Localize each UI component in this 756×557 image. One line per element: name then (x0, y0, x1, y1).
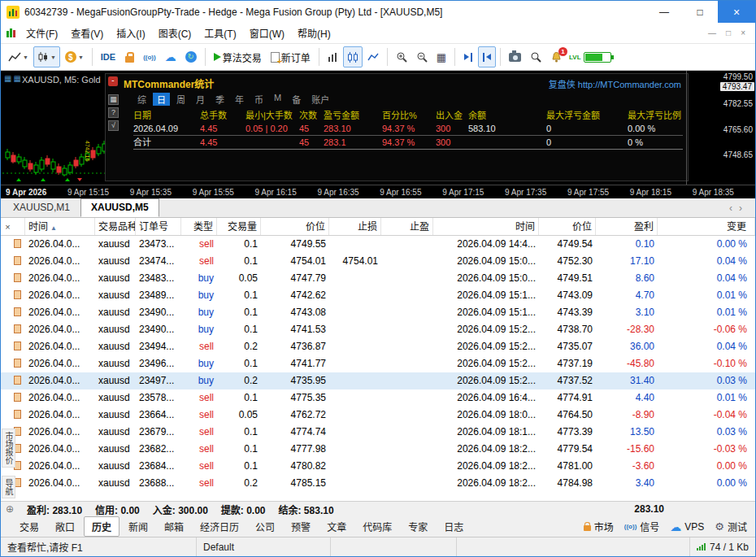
history-row[interactable]: 2026.04.0... xauusd 23483... buy 0.05 47… (1, 270, 755, 287)
col-symbol[interactable]: 交易品种 (95, 218, 136, 235)
tab-news[interactable]: 新闻 (121, 517, 155, 536)
tab-scroll-arrows[interactable]: ‹› (729, 202, 749, 214)
market-watch-tab[interactable]: 市场报价 (2, 429, 15, 468)
close-button[interactable]: × (718, 1, 755, 23)
chart-shift-button[interactable] (459, 46, 477, 67)
bar-chart-button[interactable] (324, 46, 342, 67)
zoom-out-button[interactable] (412, 46, 432, 67)
tab-experts[interactable]: 专家 (401, 517, 435, 536)
col-open-price[interactable]: 价位 (261, 218, 329, 235)
menu-tools[interactable]: 工具(T) (198, 23, 242, 43)
tab-mailbox[interactable]: 邮箱 (157, 517, 191, 536)
tab-exposure[interactable]: 敞口 (48, 517, 82, 536)
col-close-time[interactable]: 时间 (433, 218, 539, 235)
ide-button[interactable]: IDE (97, 46, 119, 67)
tab-journal[interactable]: 日志 (437, 517, 471, 536)
tab-alerts[interactable]: 预警 (284, 517, 318, 536)
stats-tab[interactable]: 币 (250, 93, 267, 106)
history-row[interactable]: 2026.04.0... xauusd 23578... sell 0.1 47… (1, 389, 755, 407)
chart-tab-m5[interactable]: XAUUSD,M5 (80, 198, 159, 217)
zoom-in-button[interactable] (392, 46, 411, 67)
history-row[interactable]: 2026.04.0... xauusd 23684... sell 0.1 47… (1, 458, 755, 475)
vps-button[interactable]: ☁VPS (670, 521, 704, 533)
minimize-button[interactable]: — (646, 1, 682, 23)
candles-chart-button[interactable] (343, 46, 363, 67)
expand-icon[interactable]: ⊕ (6, 503, 14, 515)
mdi-minimize-button[interactable]: — (708, 28, 716, 37)
community-button[interactable]: ↻ (181, 46, 201, 67)
stats-tab[interactable]: 年 (231, 93, 248, 106)
col-type[interactable]: 类型 (181, 218, 217, 235)
tab-company[interactable]: 公司 (248, 517, 282, 536)
tab-articles[interactable]: 文章 (319, 517, 354, 536)
col-order[interactable]: 订单号 (136, 218, 181, 235)
panel-grid-button[interactable]: ▦ (108, 94, 119, 105)
menu-help[interactable]: 帮助(H) (291, 23, 337, 43)
stats-tab-active[interactable]: 日 (153, 93, 170, 106)
col-open-time[interactable]: 时间▲ (25, 218, 95, 235)
stats-tab[interactable]: 周 (172, 93, 189, 106)
chart-tab-m1[interactable]: XAUUSD,M1 (2, 198, 80, 217)
maximize-button[interactable]: □ (682, 1, 718, 23)
history-row[interactable]: 2026.04.0... xauusd 23489... buy 0.1 474… (1, 287, 755, 304)
tab-codebase[interactable]: 代码库 (355, 517, 399, 536)
menu-insert[interactable]: 插入(I) (110, 23, 151, 43)
time-axis[interactable]: 9 Apr 2026 9 Apr 15:15 9 Apr 15:35 9 Apr… (1, 185, 755, 198)
stats-tab[interactable]: 综 (133, 93, 150, 106)
col-tp[interactable]: 止盈 (381, 218, 433, 235)
menu-charts[interactable]: 图表(C) (152, 23, 198, 43)
history-row[interactable]: 2026.04.0... xauusd 23664... sell 0.05 4… (1, 407, 755, 424)
stats-tab[interactable]: 备 (288, 93, 305, 106)
panel-brand-link[interactable]: 复盘侠 http://MTCommander.com (549, 77, 681, 90)
history-row[interactable]: 2026.04.0... xauusd 23473... sell 0.1 47… (1, 236, 755, 253)
close-toolbox-icon[interactable]: × (3, 222, 12, 232)
stats-tab[interactable]: M (270, 93, 285, 106)
menu-file[interactable]: 文件(F) (20, 23, 64, 43)
stats-tab[interactable]: 季 (211, 93, 228, 106)
screenshot-button[interactable] (505, 46, 525, 67)
signals-button[interactable]: ((o)) (139, 46, 160, 67)
panel-check-button[interactable]: √ (108, 120, 119, 131)
col-close-price[interactable]: 价位 (539, 218, 596, 235)
line-studies-dropdown[interactable]: ▼ (4, 46, 33, 67)
auto-scroll-button[interactable] (478, 46, 496, 67)
chart-corner-icons[interactable]: ▦▦ (4, 74, 23, 83)
col-volume[interactable]: 交易量 (217, 218, 261, 235)
history-row[interactable]: 2026.04.0... xauusd 23497... buy 0.2 473… (1, 372, 755, 389)
tab-trade[interactable]: 交易 (12, 517, 46, 536)
new-order-button[interactable]: 新订单 (267, 46, 315, 67)
menu-view[interactable]: 查看(V) (64, 23, 110, 43)
history-row[interactable]: 2026.04.0... xauusd 23494... sell 0.2 47… (1, 338, 755, 355)
history-row[interactable]: 2026.04.0... xauusd 23490... buy 0.1 474… (1, 304, 755, 321)
signals-footer-button[interactable]: ((o))信号 (624, 520, 660, 533)
history-row[interactable]: 2026.04.0... xauusd 23679... sell 0.1 47… (1, 424, 755, 441)
search-button[interactable] (526, 46, 545, 67)
menu-window[interactable]: 窗口(W) (243, 23, 291, 43)
chart-area[interactable]: ▦▦ XAUUSD, M5: Gold (1, 71, 755, 185)
notifications-button[interactable]: 1 (546, 46, 567, 67)
algo-trading-button[interactable]: 算法交易 (210, 46, 266, 67)
panel-help-button[interactable]: ? (108, 107, 119, 118)
tab-calendar[interactable]: 经济日历 (193, 517, 246, 536)
lock-button[interactable] (120, 46, 138, 67)
navigator-tab[interactable]: 导航 (2, 476, 15, 498)
col-sl[interactable]: 止损 (329, 218, 381, 235)
symbols-dropdown[interactable]: $▼ (61, 46, 88, 67)
col-profit[interactable]: 盈利 (596, 218, 658, 235)
tester-button[interactable]: ⚙测试 (715, 520, 747, 533)
status-profile[interactable]: Default (196, 537, 330, 556)
history-row[interactable]: 2026.04.0... xauusd 23490... buy 0.1 474… (1, 321, 755, 338)
tab-history[interactable]: 历史 (84, 516, 119, 537)
price-scale[interactable]: 4799.50 4793.47 4782.55 4765.60 4748.65 (686, 71, 755, 185)
history-row[interactable]: 2026.04.0... xauusd 23688... sell 0.2 47… (1, 475, 755, 492)
cloud-button[interactable]: ☁ (161, 46, 180, 67)
history-row[interactable]: 2026.04.0... xauusd 23496... buy 0.1 474… (1, 355, 755, 372)
line-chart-button[interactable] (363, 46, 383, 67)
col-change[interactable]: 变更 (658, 218, 755, 235)
panel-minimize-button[interactable]: - (108, 76, 118, 86)
history-row[interactable]: 2026.04.0... xauusd 23682... sell 0.1 47… (1, 441, 755, 458)
chart-type-dropdown[interactable]: ▼ (33, 46, 60, 67)
history-row[interactable]: 2026.04.0... xauusd 23474... sell 0.1 47… (1, 253, 755, 270)
tile-windows-button[interactable]: ▦ (432, 46, 450, 67)
mdi-restore-button[interactable]: □ (726, 28, 731, 37)
